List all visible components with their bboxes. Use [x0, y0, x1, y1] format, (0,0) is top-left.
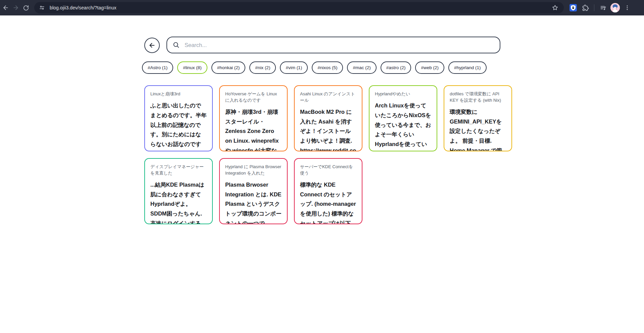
arrow-left-icon: [148, 42, 156, 49]
tag-pill-mac[interactable]: #mac (2): [347, 61, 376, 74]
back-icon: [2, 4, 9, 11]
tag-pill-honkai[interactable]: #honkai (2): [211, 61, 246, 74]
bookmark-star-button[interactable]: [550, 3, 560, 12]
browser-menu-button[interactable]: [623, 3, 632, 12]
extensions-button[interactable]: [581, 3, 590, 12]
search-bar: [166, 37, 500, 53]
browser-menu-icon: [624, 5, 630, 11]
password-manager-icon: [569, 4, 577, 12]
post-excerpt: 原神・崩壊3rd・崩壊スターレイル・Zenless Zone Zero on L…: [225, 107, 282, 151]
toolbar-separator: [594, 4, 594, 11]
toolbar-right-icons: [568, 3, 632, 12]
post-title: Asahi Linux のアンインストール: [300, 91, 356, 104]
forward-button[interactable]: [11, 3, 21, 13]
post-excerpt: Plasma Brwoser Integration とは. KDE Plasm…: [225, 180, 282, 224]
bookmark-star-icon: [552, 4, 558, 11]
search-input[interactable]: [184, 42, 494, 49]
password-manager-button[interactable]: [568, 3, 578, 12]
address-bar[interactable]: blog.ojii3.dev/search/?tag=linux: [34, 2, 564, 13]
post-title: Linuxと崩壊3rd: [150, 91, 207, 97]
post-card[interactable]: HoYoverse ゲームを Linux に入れるなのです 原神・崩壊3rd・崩…: [219, 85, 288, 151]
reload-button[interactable]: [21, 3, 31, 13]
post-title: HoYoverse ゲームを Linux に入れるなのです: [225, 91, 282, 104]
media-controls-button[interactable]: [598, 3, 608, 12]
post-title: Hyprlandやめたい: [375, 91, 431, 97]
page-back-button[interactable]: [144, 38, 160, 53]
tag-pill-nixos[interactable]: #nixos (5): [312, 61, 343, 74]
post-excerpt: 環境変数に GEMINI_API_KEYを設定したくなったぞよ。 前提・目標. …: [450, 107, 506, 151]
extensions-icon: [582, 4, 589, 11]
post-title: ディスプレイマネージャーを見直した: [150, 164, 207, 177]
post-card[interactable]: サーバーでKDE Connectを使う 標準的な KDE Connect のセッ…: [294, 158, 362, 224]
post-title: dotfiles で環境変数に API KEY を設定する (with Nix): [450, 91, 506, 104]
tag-pill-Astro[interactable]: #Astro (1): [142, 61, 173, 74]
tag-pill-linux[interactable]: #linux (8): [177, 61, 207, 74]
post-card[interactable]: ディスプレイマネージャーを見直した ...結局KDE Plasmaは肌に合わなさ…: [144, 158, 213, 224]
tag-pill-hyprland[interactable]: #hyprland (1): [448, 61, 487, 74]
search-page: #Astro (1) #linux (8) #honkai (2) #nix (…: [0, 15, 644, 333]
search-results-grid: Linuxと崩壊3rd ふと思い出したのでまとめるのです。半年以上前の記憶なので…: [144, 85, 512, 224]
post-excerpt: 標準的な KDE Connect のセットアップ. (home-manager …: [300, 180, 356, 224]
post-card[interactable]: Asahi Linux のアンインストール MacBook M2 Pro に入れ…: [294, 85, 362, 151]
post-excerpt: ふと思い出したのでまとめるのです。半年以上前の記憶なのです。別にためにはならない…: [150, 101, 207, 149]
post-excerpt: Arch Linuxを使っていたころからNixOSを使っている今まで、およそ一年…: [375, 101, 431, 151]
forward-icon: [12, 4, 19, 11]
tag-pill-astro[interactable]: #astro (2): [381, 61, 411, 74]
tag-pill-web[interactable]: #web (2): [415, 61, 444, 74]
post-title: Hyprland に Plasma Browser Integration を入…: [225, 164, 282, 177]
back-button[interactable]: [1, 3, 11, 13]
tag-pill-nix[interactable]: #nix (2): [249, 61, 276, 74]
search-icon: [172, 41, 180, 49]
post-card[interactable]: Hyprland に Plasma Browser Integration を入…: [219, 158, 288, 224]
browser-toolbar: blog.ojii3.dev/search/?tag=linux: [0, 0, 644, 15]
tag-pill-vim[interactable]: #vim (1): [280, 61, 308, 74]
reload-icon: [23, 5, 29, 11]
post-card[interactable]: Linuxと崩壊3rd ふと思い出したのでまとめるのです。半年以上前の記憶なので…: [144, 85, 213, 151]
post-title: サーバーでKDE Connectを使う: [300, 164, 356, 177]
profile-button[interactable]: [610, 3, 620, 12]
url-text[interactable]: blog.ojii3.dev/search/?tag=linux: [50, 5, 550, 10]
site-info-icon[interactable]: [38, 3, 46, 12]
media-controls-icon: [600, 4, 607, 11]
post-excerpt: MacBook M2 Pro に入れた Asahi を消すぞよ！インストールより…: [300, 107, 356, 151]
post-excerpt: ...結局KDE Plasmaは肌に合わなさすぎてHyprlandぞよ。 SDD…: [150, 180, 207, 224]
tag-filter-list: #Astro (1) #linux (8) #honkai (2) #nix (…: [142, 61, 487, 74]
post-card[interactable]: Hyprlandやめたい Arch Linuxを使っていたころからNixOSを使…: [369, 85, 437, 151]
post-card[interactable]: dotfiles で環境変数に API KEY を設定する (with Nix)…: [444, 85, 512, 151]
profile-avatar: [610, 3, 620, 12]
